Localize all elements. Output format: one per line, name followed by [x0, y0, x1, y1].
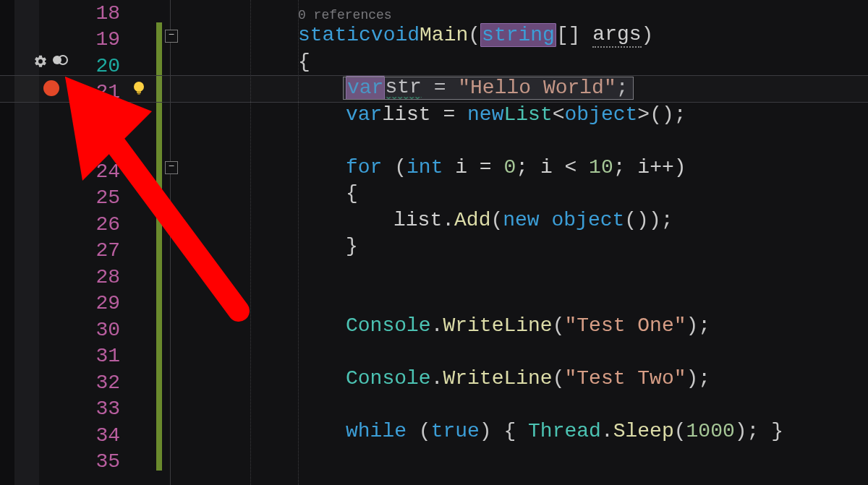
- punct: .: [431, 367, 443, 390]
- fold-guide-line: [170, 0, 171, 485]
- keyword: var: [346, 103, 382, 126]
- code-line[interactable]: Console.WriteLine("Test Two");: [346, 365, 710, 392]
- fold-toggle-icon[interactable]: −: [165, 30, 178, 43]
- punct: ); }: [735, 420, 783, 442]
- type-name: Console: [346, 367, 431, 390]
- fold-gutter[interactable]: −−: [163, 0, 192, 485]
- svg-point-2: [134, 82, 144, 92]
- line-number[interactable]: 30: [68, 317, 126, 343]
- breakpoint-icon[interactable]: [43, 80, 59, 96]
- keyword: new: [467, 103, 503, 126]
- change-indicator: [156, 22, 162, 471]
- boolean-literal: true: [431, 420, 480, 442]
- punct: (: [553, 367, 565, 390]
- variable: list: [382, 103, 430, 126]
- line-number[interactable]: 32: [68, 369, 126, 396]
- parameter: args: [592, 23, 641, 48]
- punct: .: [431, 314, 443, 337]
- code-line[interactable]: static void Main(string[] args): [298, 22, 653, 49]
- punct: (: [468, 24, 480, 46]
- code-line[interactable]: while (true) { Thread.Sleep(1000); }: [346, 418, 783, 445]
- code-line[interactable]: }: [346, 233, 358, 260]
- line-number[interactable]: 31: [68, 343, 126, 370]
- line-number[interactable]: 21: [68, 80, 126, 106]
- change-indicator-bar: [155, 0, 163, 485]
- enable-breakpoint-toggle-icon[interactable]: [52, 54, 68, 69]
- indent-guide: [250, 0, 251, 485]
- variable: i =: [443, 156, 503, 179]
- number-literal: 0: [503, 156, 516, 179]
- method-name: WriteLine: [443, 314, 552, 337]
- line-number[interactable]: 34: [68, 422, 126, 449]
- type-keyword: object: [565, 103, 638, 126]
- punct: <: [553, 103, 565, 126]
- punct: );: [686, 367, 711, 390]
- lightbulb-icon[interactable]: [130, 80, 148, 97]
- line-number[interactable]: 24: [68, 158, 126, 185]
- keyword: new: [503, 209, 539, 231]
- keyword: for: [346, 156, 382, 179]
- method-name: Main: [420, 24, 468, 46]
- breakpoint-settings-row[interactable]: [33, 54, 68, 69]
- type-keyword: string: [480, 23, 556, 47]
- method-name: Add: [454, 209, 490, 231]
- line-number-gutter[interactable]: 181920212223242526272829303132333435: [68, 0, 126, 485]
- expr: ; i++): [613, 156, 686, 179]
- number-literal: 1000: [686, 420, 735, 442]
- punct: (: [674, 420, 686, 442]
- punct: (: [490, 209, 503, 231]
- punct: .: [442, 209, 454, 231]
- type-name: Thread: [528, 420, 601, 442]
- code-line[interactable]: Console.WriteLine("Test One");: [346, 312, 710, 339]
- line-number[interactable]: 19: [68, 27, 126, 53]
- op: =: [431, 103, 467, 126]
- punct: ): [642, 24, 654, 46]
- punct: );: [686, 314, 711, 337]
- line-number[interactable]: 26: [68, 211, 126, 238]
- line-number[interactable]: 27: [68, 238, 126, 265]
- fold-toggle-icon[interactable]: −: [165, 161, 178, 174]
- breakpoint-gutter[interactable]: [39, 0, 68, 485]
- variable: list: [393, 209, 442, 231]
- keyword: void: [371, 24, 420, 46]
- line-number[interactable]: 25: [68, 185, 126, 212]
- glyph-margin: [126, 0, 155, 485]
- line-number[interactable]: 33: [68, 396, 126, 423]
- svg-rect-3: [137, 91, 141, 93]
- punct: ());: [624, 209, 673, 231]
- codelens-reference-count[interactable]: 0 references: [298, 8, 392, 22]
- type-keyword: int: [407, 156, 443, 179]
- punct: (: [407, 420, 431, 442]
- punct: .: [601, 420, 613, 442]
- left-margin-pad: [14, 0, 39, 485]
- gear-icon[interactable]: [33, 54, 48, 69]
- line-number[interactable]: 29: [68, 291, 126, 317]
- code-editor-area[interactable]: 0 referencesstatic void Main(string[] ar…: [192, 0, 868, 485]
- code-line[interactable]: {: [346, 181, 358, 207]
- code-line[interactable]: {: [298, 48, 310, 75]
- type-name: List: [503, 103, 552, 126]
- brace: {: [346, 182, 358, 205]
- number-literal: 10: [589, 156, 613, 179]
- type-name: Console: [346, 314, 431, 337]
- code-line[interactable]: list.Add(new object());: [393, 207, 673, 233]
- line-number[interactable]: 20: [68, 53, 126, 80]
- brace: }: [346, 235, 358, 257]
- line-number[interactable]: 18: [68, 0, 126, 27]
- type-keyword: object: [540, 209, 625, 231]
- line-number[interactable]: 23: [68, 132, 126, 159]
- string-literal: "Test One": [564, 314, 686, 337]
- statement-selection-box: [343, 77, 634, 100]
- keyword: while: [346, 420, 407, 442]
- punct: >();: [637, 103, 686, 126]
- code-line[interactable]: var list = new List<object>();: [346, 101, 686, 128]
- method-name: Sleep: [613, 420, 674, 442]
- svg-rect-4: [137, 93, 140, 95]
- line-number[interactable]: 28: [68, 264, 126, 291]
- line-number[interactable]: 22: [68, 106, 126, 132]
- line-number[interactable]: 35: [68, 449, 126, 476]
- punct: (: [382, 156, 407, 179]
- code-line[interactable]: for (int i = 0; i < 10; i++): [346, 154, 686, 181]
- string-literal: "Test Two": [564, 367, 686, 390]
- punct: ) {: [480, 420, 528, 442]
